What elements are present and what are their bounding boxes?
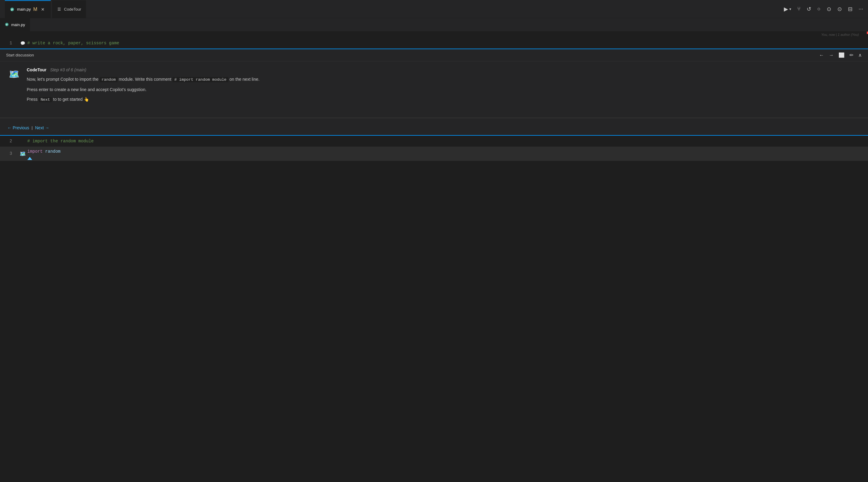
more-icon[interactable]: ··· xyxy=(859,6,863,12)
tab-modified-indicator: M xyxy=(33,7,37,12)
codetour-logo: 🗺️ xyxy=(7,67,21,81)
line-3-content: import random xyxy=(27,147,60,156)
next-link[interactable]: Next xyxy=(35,125,44,130)
line-1-row: 1 💬 # write a rock, paper, scissors game xyxy=(0,38,868,49)
codetour-label: CodeTour xyxy=(27,67,46,72)
codetour-step: 🗺️ CodeTour Step #3 of 6 (main) Now, let… xyxy=(7,67,861,108)
codetour-tab-icon: ☰ xyxy=(57,7,62,12)
edit-icon[interactable]: ✏ xyxy=(849,52,854,58)
inline-code-comment: # import random module xyxy=(173,77,228,82)
line-3-codetour-icon: 🗺️ xyxy=(20,151,26,157)
import-module: random xyxy=(45,149,60,154)
editor-tab-python-icon: P xyxy=(5,23,9,27)
codetour-step-content: CodeTour Step #3 of 6 (main) Now, let’s … xyxy=(27,67,861,108)
layout-icon[interactable]: ⊟ xyxy=(848,6,852,12)
svg-text:P: P xyxy=(11,8,13,11)
run-button[interactable]: ▶ ▾ xyxy=(784,6,791,12)
python-icon: P xyxy=(10,7,14,12)
line-number-3: 3 xyxy=(0,151,18,156)
line-3-row: 3 🗺️ import random xyxy=(0,147,868,161)
circle-icon[interactable]: ○ xyxy=(817,6,820,12)
tab-codetour-label: CodeTour xyxy=(64,7,81,11)
collapse-icon[interactable]: ∧ xyxy=(858,52,862,58)
discussion-panel: Start discussion ← → ⬜ ✏ ∧ 🗺️ xyxy=(0,49,868,136)
inline-code-next: Next xyxy=(39,97,52,102)
tab-main-py[interactable]: P main.py M ✕ xyxy=(5,0,51,18)
maximize-icon[interactable]: ⬜ xyxy=(839,52,845,58)
forward-icon[interactable]: ⊙ xyxy=(827,6,831,12)
nav-separator: | xyxy=(32,125,32,130)
inline-code-random: random xyxy=(100,77,118,82)
line-number-2: 2 xyxy=(0,139,18,143)
tab-codetour[interactable]: ☰ CodeTour xyxy=(52,0,86,18)
import-keyword: import xyxy=(27,149,42,154)
discussion-divider xyxy=(0,118,868,118)
discussion-header-actions: ← → ⬜ ✏ ∧ xyxy=(819,52,862,58)
nav-prev-icon[interactable]: ← xyxy=(819,53,824,58)
editor-tab-main-py[interactable]: P main.py xyxy=(0,18,30,32)
previous-link[interactable]: Previous xyxy=(13,125,29,130)
navigation-row: ← Previous | Next → xyxy=(0,122,868,135)
tab-main-py-label: main.py xyxy=(17,7,31,11)
codetour-step-info: Step #3 of 6 (main) xyxy=(50,67,86,72)
codetour-paragraph-2: Press enter to create a new line and acc… xyxy=(27,86,861,93)
editor-tabs: P main.py xyxy=(0,18,868,32)
titlebar: P main.py M ✕ ☰ CodeTour ▶ ▾ ⑂ ↺ ○ ⊙ ⊙ ⊟… xyxy=(0,0,868,18)
line-1-content: # write a rock, paper, scissors game xyxy=(27,38,868,48)
undo-icon[interactable]: ↺ xyxy=(807,6,811,12)
discussion-header: Start discussion ← → ⬜ ✏ ∧ xyxy=(0,49,868,61)
svg-text:P: P xyxy=(6,23,8,26)
editor: You, now | 1 author (You) 1 💬 # write a … xyxy=(0,32,868,482)
line-2-content: # import the random module xyxy=(27,136,94,146)
comment-bubble-icon[interactable]: 💬 xyxy=(20,41,25,45)
line-3-gutter: 🗺️ xyxy=(18,151,27,157)
discussion-body: 🗺️ CodeTour Step #3 of 6 (main) Now, let… xyxy=(0,61,868,114)
line-1-gutter: 💬 xyxy=(18,41,27,45)
codetour-paragraph-1: Now, let’s prompt Copilot to import the … xyxy=(27,76,861,83)
codetour-step-header: CodeTour Step #3 of 6 (main) xyxy=(27,67,861,72)
tab-close-button[interactable]: ✕ xyxy=(40,6,46,12)
git-branch-icon[interactable]: ⑂ xyxy=(797,6,801,12)
line-2-row: 2 # import the random module xyxy=(0,136,868,147)
caret-indicator xyxy=(27,157,32,160)
codetour-instruction: Press Next to to get started 👆 xyxy=(27,96,861,103)
next-arrow: → xyxy=(45,125,49,130)
prev-arrow: ← xyxy=(7,125,11,130)
blame-text: You, now | 1 author (You) xyxy=(821,32,859,38)
minimap-highlight xyxy=(867,32,868,34)
nav-next-icon[interactable]: → xyxy=(829,53,834,58)
editor-tab-label: main.py xyxy=(11,23,25,27)
code-area: You, now | 1 author (You) 1 💬 # write a … xyxy=(0,32,868,482)
line-number-1: 1 xyxy=(0,41,18,45)
discussion-title: Start discussion xyxy=(6,53,34,57)
timer-icon[interactable]: ⊙ xyxy=(837,6,842,12)
tab-group: P main.py M ✕ ☰ CodeTour xyxy=(5,0,86,18)
code-lines: 2 # import the random module 3 🗺️ import… xyxy=(0,136,868,161)
titlebar-actions: ▶ ▾ ⑂ ↺ ○ ⊙ ⊙ ⊟ ··· xyxy=(784,6,863,12)
